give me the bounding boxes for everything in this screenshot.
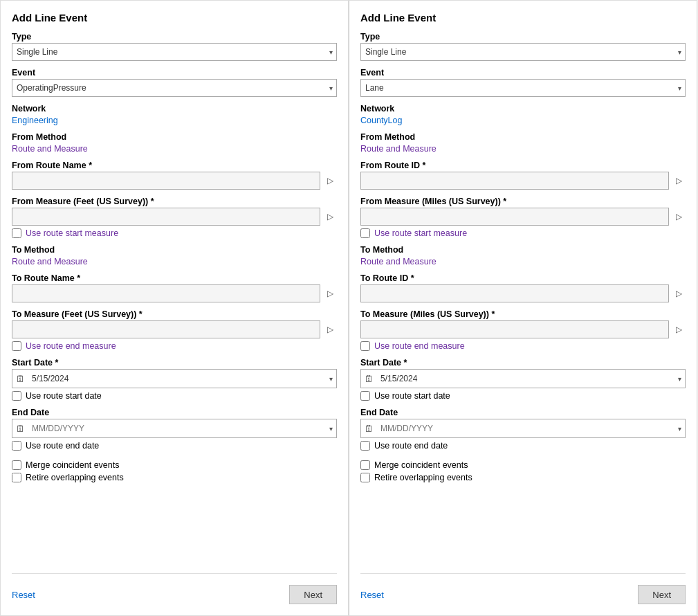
left-from-measure-group: From Measure (Feet (US Survey)) ▷ Use ro…: [12, 197, 337, 238]
left-from-route-name-input[interactable]: [12, 172, 320, 190]
right-to-measure-input[interactable]: [360, 320, 669, 338]
right-panel: Add Line Event Type Single Line ▾ Event …: [349, 0, 697, 616]
right-next-button[interactable]: Next: [638, 585, 686, 604]
left-merge-checkbox[interactable]: [12, 460, 21, 470]
right-to-route-id-row: ▷: [360, 284, 686, 302]
left-use-route-end-date-label: Use route end date: [26, 441, 99, 451]
right-to-route-id-label: To Route ID: [360, 273, 686, 283]
left-reset-button[interactable]: Reset: [12, 590, 35, 600]
right-type-group: Type Single Line ▾: [360, 32, 686, 61]
left-type-label: Type: [12, 32, 337, 42]
right-end-date-group: End Date 🗓 ▾ Use route end date: [360, 408, 686, 451]
right-use-route-end-measure-checkbox[interactable]: [360, 341, 370, 351]
left-start-date-group: Start Date 🗓 ▾ Use route start date: [12, 358, 337, 401]
right-start-date-group: Start Date 🗓 ▾ Use route start date: [360, 358, 686, 401]
right-merge-row: Merge coincident events: [360, 460, 686, 470]
right-type-select[interactable]: Single Line: [360, 43, 686, 61]
right-reset-button[interactable]: Reset: [360, 590, 384, 600]
left-merge-group: Merge coincident events Retire overlappi…: [12, 458, 337, 482]
left-use-route-start-date-checkbox[interactable]: [12, 391, 21, 401]
left-merge-label: Merge coincident events: [26, 460, 120, 470]
left-type-select[interactable]: Single Line: [12, 43, 337, 61]
right-event-select[interactable]: Lane: [360, 79, 686, 97]
right-from-route-id-arrow-btn[interactable]: ▷: [672, 172, 686, 190]
left-from-method-group: From Method Route and Measure: [12, 132, 337, 154]
left-to-method-value: Route and Measure: [12, 257, 88, 266]
left-retire-label: Retire overlapping events: [26, 473, 124, 482]
left-retire-row: Retire overlapping events: [12, 473, 337, 482]
left-panel: Add Line Event Type Single Line ▾ Event …: [0, 0, 349, 616]
right-use-route-end-date-row: Use route end date: [360, 441, 686, 451]
right-from-measure-label: From Measure (Miles (US Survey)): [360, 197, 686, 206]
left-use-route-end-measure-label: Use route end measure: [26, 341, 116, 351]
right-from-measure-row: ▷: [360, 208, 686, 226]
right-use-route-end-date-checkbox[interactable]: [360, 441, 370, 451]
left-from-measure-arrow-btn[interactable]: ▷: [323, 208, 337, 226]
left-from-measure-row: ▷: [12, 208, 337, 226]
right-start-date-input[interactable]: [360, 369, 686, 388]
left-to-route-name-label: To Route Name: [12, 273, 337, 283]
right-use-route-end-measure-row: Use route end measure: [360, 341, 686, 351]
left-from-method-value: Route and Measure: [12, 144, 88, 154]
right-from-method-value: Route and Measure: [360, 144, 437, 154]
left-from-route-name-label: From Route Name: [12, 161, 337, 170]
left-type-select-wrapper: Single Line ▾: [12, 43, 337, 61]
right-to-measure-label: To Measure (Miles (US Survey)): [360, 309, 686, 319]
left-to-measure-input[interactable]: [12, 320, 320, 338]
left-use-route-start-measure-checkbox[interactable]: [12, 228, 21, 238]
left-merge-row: Merge coincident events: [12, 460, 337, 470]
right-retire-checkbox[interactable]: [360, 473, 370, 482]
left-to-measure-label: To Measure (Feet (US Survey)): [12, 309, 337, 319]
left-to-route-name-arrow-btn[interactable]: ▷: [323, 284, 337, 302]
left-to-method-group: To Method Route and Measure: [12, 245, 337, 266]
right-use-route-start-measure-label: Use route start measure: [374, 228, 467, 238]
right-merge-checkbox[interactable]: [360, 460, 370, 470]
left-panel-title: Add Line Event: [12, 12, 337, 24]
right-from-route-id-input[interactable]: [360, 172, 669, 190]
right-bottom-bar: Reset Next: [360, 573, 686, 604]
left-retire-checkbox[interactable]: [12, 473, 21, 482]
left-to-measure-arrow-btn[interactable]: ▷: [323, 320, 337, 338]
right-from-method-label: From Method: [360, 132, 686, 142]
right-retire-label: Retire overlapping events: [374, 473, 472, 482]
right-from-measure-arrow-btn[interactable]: ▷: [672, 208, 686, 226]
left-use-route-end-date-checkbox[interactable]: [12, 441, 21, 451]
left-from-measure-label: From Measure (Feet (US Survey)): [12, 197, 337, 206]
left-start-date-label: Start Date: [12, 358, 337, 368]
left-use-route-start-date-label: Use route start date: [26, 391, 102, 401]
left-from-route-name-row: ▷: [12, 172, 337, 190]
right-end-date-input[interactable]: [360, 419, 686, 438]
right-retire-row: Retire overlapping events: [360, 473, 686, 482]
left-event-label: Event: [12, 68, 337, 78]
left-to-route-name-row: ▷: [12, 284, 337, 302]
left-end-date-input[interactable]: [12, 419, 337, 438]
right-event-label: Event: [360, 68, 686, 78]
right-to-measure-arrow-btn[interactable]: ▷: [672, 320, 686, 338]
right-to-route-id-input[interactable]: [360, 284, 669, 302]
left-use-route-start-measure-row: Use route start measure: [12, 228, 337, 238]
left-from-measure-input[interactable]: [12, 208, 320, 226]
left-to-measure-row: ▷: [12, 320, 337, 338]
left-use-route-end-measure-checkbox[interactable]: [12, 341, 21, 351]
right-use-route-start-measure-checkbox[interactable]: [360, 228, 370, 238]
right-to-route-id-arrow-btn[interactable]: ▷: [672, 284, 686, 302]
right-type-select-wrapper: Single Line ▾: [360, 43, 686, 61]
left-end-date-label: End Date: [12, 408, 337, 417]
left-start-date-input[interactable]: [12, 369, 337, 388]
right-to-method-group: To Method Route and Measure: [360, 245, 686, 266]
right-start-date-wrapper: 🗓 ▾: [360, 369, 686, 388]
left-from-route-name-arrow-btn[interactable]: ▷: [323, 172, 337, 190]
right-from-route-id-group: From Route ID ▷: [360, 161, 686, 190]
right-use-route-start-date-checkbox[interactable]: [360, 391, 370, 401]
right-from-route-id-row: ▷: [360, 172, 686, 190]
left-from-method-label: From Method: [12, 132, 337, 142]
left-to-method-label: To Method: [12, 245, 337, 255]
left-event-select[interactable]: OperatingPressure: [12, 79, 337, 97]
right-merge-group: Merge coincident events Retire overlappi…: [360, 458, 686, 482]
left-next-button[interactable]: Next: [289, 585, 337, 604]
left-use-route-end-measure-row: Use route end measure: [12, 341, 337, 351]
right-network-value: CountyLog: [360, 116, 402, 125]
right-from-measure-input[interactable]: [360, 208, 669, 226]
left-to-route-name-input[interactable]: [12, 284, 320, 302]
left-use-route-end-date-row: Use route end date: [12, 441, 337, 451]
